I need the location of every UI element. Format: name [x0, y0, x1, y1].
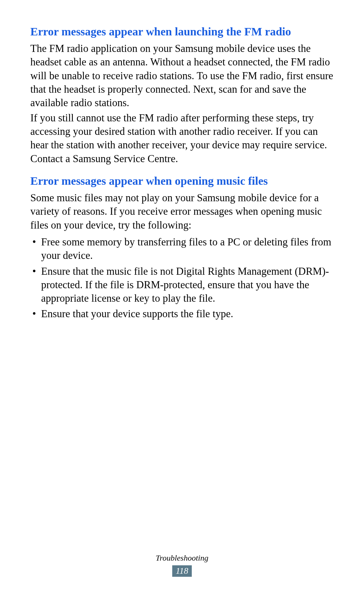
section-heading-2: Error messages appear when opening music…	[30, 174, 334, 188]
section-2-paragraph-1: Some music files may not play on your Sa…	[30, 191, 334, 232]
section-1-paragraph-2: If you still cannot use the FM radio aft…	[30, 111, 334, 166]
footer-section-label: Troubleshooting	[0, 554, 364, 563]
page-footer: Troubleshooting 118	[0, 554, 364, 577]
list-item: Free some memory by transferring files t…	[30, 235, 334, 263]
section-heading-1: Error messages appear when launching the…	[30, 24, 334, 39]
list-item: Ensure that your device supports the fil…	[30, 307, 334, 321]
section-1-paragraph-1: The FM radio application on your Samsung…	[30, 42, 334, 110]
page-content: Error messages appear when launching the…	[0, 0, 364, 321]
bullet-list: Free some memory by transferring files t…	[30, 235, 334, 321]
list-item: Ensure that the music file is not Digita…	[30, 265, 334, 305]
page-number: 118	[172, 565, 191, 577]
